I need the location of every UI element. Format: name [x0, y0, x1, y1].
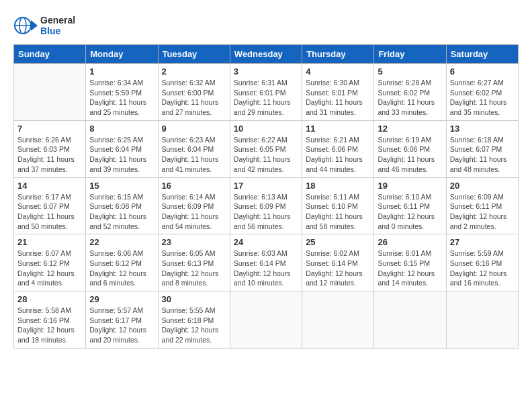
day-number: 19: [378, 181, 442, 191]
day-number: 5: [378, 66, 442, 77]
calendar-cell: 13Sunrise: 6:18 AMSunset: 6:07 PMDayligh…: [446, 120, 518, 177]
day-number: 28: [17, 294, 82, 304]
column-header-wednesday: Wednesday: [230, 45, 302, 64]
calendar-cell: 7Sunrise: 6:26 AMSunset: 6:03 PMDaylight…: [14, 120, 86, 177]
day-number: 4: [306, 66, 370, 77]
day-info: Sunrise: 6:19 AMSunset: 6:06 PMDaylight:…: [378, 135, 442, 175]
calendar-cell: 20Sunrise: 6:09 AMSunset: 6:11 PMDayligh…: [446, 177, 518, 234]
calendar-cell: [302, 291, 374, 349]
day-info: Sunrise: 6:01 AMSunset: 6:15 PMDaylight:…: [378, 248, 442, 288]
calendar-cell: [446, 291, 518, 349]
day-info: Sunrise: 5:58 AMSunset: 6:16 PMDaylight:…: [17, 306, 82, 345]
day-number: 10: [234, 124, 298, 134]
calendar-cell: 17Sunrise: 6:13 AMSunset: 6:09 PMDayligh…: [230, 177, 302, 234]
day-info: Sunrise: 6:06 AMSunset: 6:12 PMDaylight:…: [89, 248, 154, 288]
day-info: Sunrise: 6:14 AMSunset: 6:09 PMDaylight:…: [162, 192, 226, 232]
day-number: 17: [234, 181, 298, 191]
column-header-friday: Friday: [374, 45, 446, 64]
day-number: 25: [306, 237, 370, 247]
week-row-3: 14Sunrise: 6:17 AMSunset: 6:07 PMDayligh…: [14, 177, 519, 234]
week-row-2: 7Sunrise: 6:26 AMSunset: 6:03 PMDaylight…: [14, 120, 519, 177]
day-info: Sunrise: 6:27 AMSunset: 6:02 PMDaylight:…: [450, 78, 515, 118]
calendar-cell: 25Sunrise: 6:02 AMSunset: 6:14 PMDayligh…: [302, 234, 374, 291]
svg-marker-3: [31, 20, 38, 31]
calendar-cell: 24Sunrise: 6:03 AMSunset: 6:14 PMDayligh…: [230, 234, 302, 291]
day-number: 9: [162, 124, 226, 134]
day-info: Sunrise: 6:17 AMSunset: 6:07 PMDaylight:…: [17, 192, 82, 232]
column-header-thursday: Thursday: [302, 45, 374, 64]
calendar-cell: [14, 64, 86, 121]
day-info: Sunrise: 6:22 AMSunset: 6:05 PMDaylight:…: [234, 135, 298, 175]
calendar-table: SundayMondayTuesdayWednesdayThursdayFrid…: [13, 44, 519, 349]
column-header-monday: Monday: [86, 45, 158, 64]
day-number: 20: [450, 181, 515, 191]
day-info: Sunrise: 6:02 AMSunset: 6:14 PMDaylight:…: [306, 248, 370, 288]
calendar-cell: 27Sunrise: 5:59 AMSunset: 6:16 PMDayligh…: [446, 234, 518, 291]
day-number: 21: [17, 237, 82, 247]
calendar-cell: 30Sunrise: 5:55 AMSunset: 6:18 PMDayligh…: [158, 291, 230, 349]
day-number: 3: [234, 66, 298, 77]
calendar-cell: [230, 291, 302, 349]
day-number: 30: [162, 294, 226, 304]
calendar-cell: 2Sunrise: 6:32 AMSunset: 6:00 PMDaylight…: [158, 64, 230, 121]
calendar-cell: 22Sunrise: 6:06 AMSunset: 6:12 PMDayligh…: [86, 234, 158, 291]
day-info: Sunrise: 6:34 AMSunset: 5:59 PMDaylight:…: [89, 78, 154, 118]
calendar-cell: 14Sunrise: 6:17 AMSunset: 6:07 PMDayligh…: [14, 177, 86, 234]
day-info: Sunrise: 6:26 AMSunset: 6:03 PMDaylight:…: [17, 135, 82, 175]
header-row: SundayMondayTuesdayWednesdayThursdayFrid…: [14, 45, 519, 64]
day-number: 6: [450, 66, 515, 77]
day-info: Sunrise: 6:05 AMSunset: 6:13 PMDaylight:…: [162, 248, 226, 288]
day-number: 16: [162, 181, 226, 191]
calendar-cell: 16Sunrise: 6:14 AMSunset: 6:09 PMDayligh…: [158, 177, 230, 234]
calendar-cell: 6Sunrise: 6:27 AMSunset: 6:02 PMDaylight…: [446, 64, 518, 121]
week-row-1: 1Sunrise: 6:34 AMSunset: 5:59 PMDaylight…: [14, 64, 519, 121]
calendar-cell: 5Sunrise: 6:28 AMSunset: 6:02 PMDaylight…: [374, 64, 446, 121]
day-info: Sunrise: 6:10 AMSunset: 6:11 PMDaylight:…: [378, 192, 442, 232]
day-number: 27: [450, 237, 515, 247]
day-info: Sunrise: 6:18 AMSunset: 6:07 PMDaylight:…: [450, 135, 515, 175]
day-info: Sunrise: 6:31 AMSunset: 6:01 PMDaylight:…: [234, 78, 298, 118]
calendar-cell: 18Sunrise: 6:11 AMSunset: 6:10 PMDayligh…: [302, 177, 374, 234]
calendar-cell: 4Sunrise: 6:30 AMSunset: 6:01 PMDaylight…: [302, 64, 374, 121]
calendar-cell: 11Sunrise: 6:21 AMSunset: 6:06 PMDayligh…: [302, 120, 374, 177]
calendar-cell: 3Sunrise: 6:31 AMSunset: 6:01 PMDaylight…: [230, 64, 302, 121]
day-number: 26: [378, 237, 442, 247]
calendar-cell: 19Sunrise: 6:10 AMSunset: 6:11 PMDayligh…: [374, 177, 446, 234]
logo: GeneralBlue: [13, 13, 75, 38]
day-info: Sunrise: 6:25 AMSunset: 6:04 PMDaylight:…: [89, 135, 154, 175]
day-number: 7: [17, 124, 82, 134]
day-info: Sunrise: 6:13 AMSunset: 6:09 PMDaylight:…: [234, 192, 298, 232]
day-number: 18: [306, 181, 370, 191]
day-info: Sunrise: 6:21 AMSunset: 6:06 PMDaylight:…: [306, 135, 370, 175]
day-number: 24: [234, 237, 298, 247]
day-info: Sunrise: 5:57 AMSunset: 6:17 PMDaylight:…: [89, 306, 154, 345]
column-header-saturday: Saturday: [446, 45, 518, 64]
day-number: 23: [162, 237, 226, 247]
day-info: Sunrise: 6:23 AMSunset: 6:04 PMDaylight:…: [162, 135, 226, 175]
day-number: 14: [17, 181, 82, 191]
day-info: Sunrise: 6:32 AMSunset: 6:00 PMDaylight:…: [162, 78, 226, 118]
week-row-5: 28Sunrise: 5:58 AMSunset: 6:16 PMDayligh…: [14, 291, 519, 349]
day-number: 11: [306, 124, 370, 134]
calendar-cell: 8Sunrise: 6:25 AMSunset: 6:04 PMDaylight…: [86, 120, 158, 177]
day-number: 29: [89, 294, 154, 304]
day-number: 15: [89, 181, 154, 191]
calendar-cell: 12Sunrise: 6:19 AMSunset: 6:06 PMDayligh…: [374, 120, 446, 177]
week-row-4: 21Sunrise: 6:07 AMSunset: 6:12 PMDayligh…: [14, 234, 519, 291]
calendar-cell: 29Sunrise: 5:57 AMSunset: 6:17 PMDayligh…: [86, 291, 158, 349]
column-header-sunday: Sunday: [14, 45, 86, 64]
day-info: Sunrise: 6:07 AMSunset: 6:12 PMDaylight:…: [17, 248, 82, 288]
page-header: GeneralBlue: [13, 13, 519, 38]
day-info: Sunrise: 6:09 AMSunset: 6:11 PMDaylight:…: [450, 192, 515, 232]
day-info: Sunrise: 6:11 AMSunset: 6:10 PMDaylight:…: [306, 192, 370, 232]
day-info: Sunrise: 6:30 AMSunset: 6:01 PMDaylight:…: [306, 78, 370, 118]
column-header-tuesday: Tuesday: [158, 45, 230, 64]
logo-text: GeneralBlue: [40, 15, 75, 36]
day-number: 13: [450, 124, 515, 134]
day-number: 2: [162, 66, 226, 77]
day-info: Sunrise: 5:55 AMSunset: 6:18 PMDaylight:…: [162, 306, 226, 345]
day-number: 8: [89, 124, 154, 134]
calendar-cell: 10Sunrise: 6:22 AMSunset: 6:05 PMDayligh…: [230, 120, 302, 177]
day-info: Sunrise: 5:59 AMSunset: 6:16 PMDaylight:…: [450, 248, 515, 288]
day-info: Sunrise: 6:15 AMSunset: 6:08 PMDaylight:…: [89, 192, 154, 232]
